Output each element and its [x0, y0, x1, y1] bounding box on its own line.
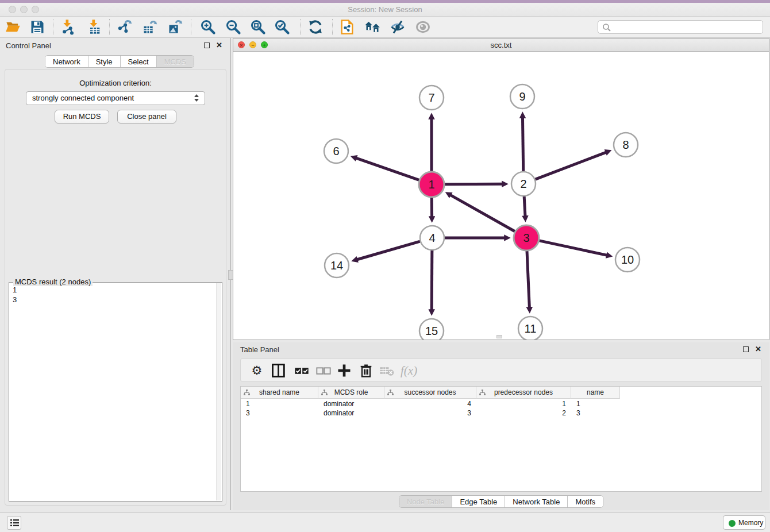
network-graph-canvas[interactable]: 7968124314101511 — [233, 52, 769, 340]
tab-select[interactable]: Select — [121, 56, 157, 67]
save-session-icon[interactable] — [29, 19, 45, 35]
graph-edge-1-2[interactable] — [445, 184, 503, 184]
graph-edge-3-11[interactable] — [527, 251, 529, 308]
export-table-icon[interactable] — [142, 19, 158, 35]
float-table-panel-icon[interactable] — [743, 346, 749, 352]
search-input[interactable] — [613, 21, 760, 33]
column-header-shared-name[interactable]: shared name — [241, 387, 318, 399]
zoom-out-icon[interactable] — [225, 19, 241, 35]
table-cell: dominator — [318, 399, 384, 408]
zoom-selected-icon[interactable] — [274, 19, 290, 35]
mcds-result-scrollbar[interactable] — [216, 283, 221, 500]
import-network-icon[interactable] — [60, 19, 76, 35]
function-builder-icon: f(x) — [401, 363, 424, 378]
graph-edge-2-8[interactable] — [536, 152, 607, 179]
ndex-network-icon[interactable] — [339, 19, 355, 35]
graph-node-label-1: 1 — [428, 178, 434, 191]
graph-node-label-4: 4 — [429, 232, 435, 244]
deselect-all-icon[interactable] — [315, 363, 332, 378]
app-titlebar: Session: New Session — [0, 3, 770, 17]
table-cell: 3 — [384, 408, 476, 418]
table-row[interactable]: 3dominator323 — [241, 408, 620, 418]
column-header-name[interactable]: name — [571, 387, 620, 399]
criterion-value: strongly connected component — [32, 94, 134, 102]
table-panel-header: Table Panel ✕ — [233, 342, 769, 356]
import-table-icon[interactable] — [86, 19, 102, 35]
apply-layout-icon[interactable] — [307, 19, 324, 35]
toolbar-separator — [191, 19, 191, 35]
mcds-result-box: 13 MCDS result (2 nodes) — [9, 282, 222, 502]
tab-network-table[interactable]: Network Table — [505, 496, 568, 507]
criterion-select[interactable]: strongly connected component — [26, 91, 205, 105]
ndex-home-icon[interactable] — [364, 19, 380, 35]
select-all-icon[interactable] — [294, 363, 310, 378]
column-visibility-icon[interactable] — [271, 363, 287, 378]
export-network-icon[interactable] — [117, 19, 133, 35]
tab-network[interactable]: Network — [45, 56, 88, 67]
graph-edge-4-15[interactable] — [432, 250, 432, 310]
zoom-in-icon[interactable] — [200, 19, 216, 35]
memory-button[interactable]: Memory — [723, 515, 765, 530]
graph-edge-1-6[interactable] — [356, 158, 419, 180]
table-cell: 3 — [241, 408, 318, 418]
table-toolbar: ⚙ f(x) — [240, 358, 762, 381]
graph-edge-3-10[interactable] — [539, 241, 607, 256]
tab-style[interactable]: Style — [88, 56, 121, 67]
graph-node-label-7: 7 — [428, 91, 434, 104]
table-settings-icon[interactable]: ⚙ — [249, 363, 265, 378]
node-table[interactable]: shared nameMCDS rolesuccessor nodesprede… — [240, 386, 762, 492]
close-panel-button[interactable]: Close panel — [117, 110, 176, 124]
column-header-MCDS-role[interactable]: MCDS role — [318, 387, 384, 399]
mcds-result-area: 13 — [9, 282, 222, 502]
column-tree-icon — [244, 390, 250, 396]
toolbar-separator — [300, 19, 301, 35]
run-mcds-button[interactable]: Run MCDS — [55, 110, 109, 124]
main-toolbar — [0, 17, 770, 38]
column-label: name — [587, 388, 604, 396]
table-cell: 3 — [571, 408, 620, 418]
mcds-result-line: 1 — [13, 285, 17, 295]
show-details-icon[interactable] — [415, 19, 431, 35]
graph-node-label-9: 9 — [519, 90, 525, 103]
column-label: predecessor nodes — [494, 388, 553, 396]
graph-edge-4-14[interactable] — [357, 241, 420, 260]
float-panel-icon[interactable] — [204, 43, 210, 48]
zoom-fit-icon[interactable] — [250, 19, 266, 35]
graph-edge-2-9[interactable] — [522, 117, 523, 171]
tab-motifs[interactable]: Motifs — [568, 496, 603, 507]
control-panel-header: Control Panel ✕ — [0, 38, 230, 53]
table-panel-tabs: Node TableEdge TableNetwork TableMotifs — [233, 495, 769, 508]
table-panel: Table Panel ✕ ⚙ f(x) shared nameMCDS rol… — [233, 342, 769, 510]
add-column-icon[interactable] — [336, 363, 352, 378]
search-box[interactable] — [598, 20, 763, 34]
close-table-panel-icon[interactable]: ✕ — [755, 346, 761, 353]
table-row[interactable]: 1dominator411 — [241, 399, 620, 408]
graph-node-label-8: 8 — [622, 138, 629, 151]
column-header-predecessor-nodes[interactable]: predecessor nodes — [476, 387, 571, 399]
table-cell: 1 — [241, 399, 318, 408]
view-resize-handle[interactable] — [496, 335, 502, 338]
network-view-title: scc.txt — [233, 41, 769, 49]
control-panel-title: Control Panel — [6, 41, 51, 50]
graph-node-label-6: 6 — [333, 145, 339, 157]
close-panel-icon[interactable]: ✕ — [216, 42, 222, 49]
tab-node-table[interactable]: Node Table — [399, 496, 453, 507]
export-image-icon[interactable] — [167, 19, 183, 35]
tab-edge-table[interactable]: Edge Table — [452, 496, 505, 507]
mcds-panel: Optimization criterion: strongly connect… — [5, 69, 226, 506]
tab-mcds[interactable]: MCDS — [157, 56, 194, 67]
mcds-result-title: MCDS result (2 nodes) — [13, 277, 93, 286]
hide-graphics-icon[interactable] — [390, 19, 406, 35]
table-cell: 4 — [384, 399, 476, 408]
table-cell: 1 — [571, 399, 620, 408]
network-view-window: × − + scc.txt 7968124314101511 — [233, 38, 769, 340]
graph-edge-2-3[interactable] — [524, 196, 525, 217]
delete-column-icon[interactable] — [358, 363, 374, 378]
open-file-icon[interactable] — [5, 19, 21, 35]
mcds-result-line: 3 — [13, 295, 17, 304]
graph-edge-3-1[interactable] — [450, 195, 515, 232]
graph-node-label-3: 3 — [523, 232, 529, 244]
column-header-successor-nodes[interactable]: successor nodes — [384, 387, 476, 399]
column-tree-icon — [479, 390, 486, 396]
task-history-button[interactable] — [7, 516, 21, 530]
